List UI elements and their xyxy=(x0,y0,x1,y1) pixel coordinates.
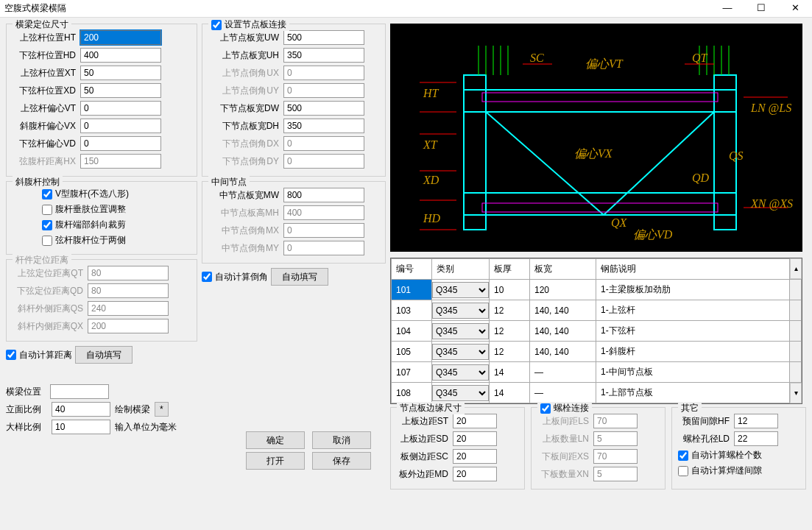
cell-rebar[interactable]: 1-斜腹杆 xyxy=(596,342,790,362)
hd-input[interactable] xyxy=(80,48,161,63)
dx-input xyxy=(283,136,364,151)
cell-width[interactable]: 140, 140 xyxy=(530,321,596,342)
hf-input[interactable] xyxy=(734,414,778,428)
cell-width[interactable]: 140, 140 xyxy=(530,300,596,321)
table-row[interactable]: 101Q345101201-主梁腹板加劲肋 xyxy=(392,280,802,300)
cell-thick[interactable]: 14 xyxy=(490,383,530,403)
st-input[interactable] xyxy=(453,414,497,428)
mw-input[interactable] xyxy=(283,188,364,202)
my-input xyxy=(283,241,364,255)
vd-input[interactable] xyxy=(80,136,161,151)
autobolt-checkbox[interactable]: 自动计算螺栓个数 xyxy=(678,449,762,462)
cell-thick[interactable]: 14 xyxy=(490,362,530,383)
autodist-button[interactable]: 自动填写 xyxy=(75,346,133,364)
cell-width[interactable]: 140, 140 xyxy=(530,342,596,362)
type-select[interactable]: Q345 xyxy=(432,303,489,319)
bolt-checkbox[interactable]: 螺栓连接 xyxy=(537,402,592,414)
scroll-down-icon[interactable]: ▾ xyxy=(790,383,802,403)
cell-id[interactable]: 105 xyxy=(392,342,432,362)
cell-id[interactable]: 101 xyxy=(392,280,432,300)
beampos-input[interactable] xyxy=(50,384,109,399)
cell-width[interactable]: — xyxy=(530,383,596,403)
cell-thick[interactable]: 12 xyxy=(490,300,530,321)
rebar-table[interactable]: 编号 类别 板厚 板宽 钢筋说明 101Q345101201-主梁腹板加劲肋10… xyxy=(390,258,802,404)
cell-id[interactable]: 104 xyxy=(392,321,432,342)
scroll-up-icon[interactable]: ▴ xyxy=(790,258,802,279)
cell-thick[interactable]: 10 xyxy=(490,280,530,300)
dw-label: 下节点板宽DW xyxy=(208,102,280,115)
ld-input[interactable] xyxy=(734,431,778,446)
sc-input[interactable] xyxy=(453,449,497,464)
sd-input[interactable] xyxy=(453,431,497,446)
ok-button[interactable]: 确定 xyxy=(246,431,305,449)
cell-id[interactable]: 108 xyxy=(392,383,432,403)
bothside-checkbox[interactable]: 弦杆腹杆位于两侧 xyxy=(42,234,126,247)
svg-text:偏心VX: 偏心VX xyxy=(574,147,613,160)
vertical-checkbox[interactable]: 腹杆垂肢位置调整 xyxy=(42,203,126,216)
draw-star-button[interactable]: * xyxy=(155,402,169,417)
cell-id[interactable]: 107 xyxy=(392,362,432,383)
type-select[interactable]: Q345 xyxy=(432,323,489,339)
type-select[interactable]: Q345 xyxy=(432,364,489,381)
table-row[interactable]: 103Q34512140, 1401-上弦杆 xyxy=(392,300,802,321)
uh-input[interactable] xyxy=(283,48,364,63)
ht-input[interactable] xyxy=(80,30,161,45)
type-select[interactable]: Q345 xyxy=(432,282,489,298)
nodeplate-checkbox[interactable]: 设置节点板连接 xyxy=(208,18,289,31)
cell-type[interactable]: Q345 xyxy=(432,321,490,342)
uy-label: 上节点倒角UY xyxy=(208,85,280,97)
qt-label: 上弦定位距离QT xyxy=(13,267,85,280)
autochamfer-button[interactable]: 自动填写 xyxy=(271,268,328,286)
group-position: 横梁定位尺寸 上弦杆位置HT 下弦杆位置HD 上弦杆位置XT 下弦杆位置XD 上… xyxy=(6,24,197,177)
save-button[interactable]: 保存 xyxy=(312,452,371,470)
vt-input[interactable] xyxy=(80,101,161,116)
mw-label: 中节点板宽MW xyxy=(208,189,280,202)
detail-input[interactable] xyxy=(52,420,110,434)
autodist-checkbox[interactable]: 自动计算距离 xyxy=(6,349,72,361)
table-row[interactable]: 105Q34512140, 1401-斜腹杆 xyxy=(392,342,802,362)
elev-input[interactable] xyxy=(52,402,110,417)
ht-label: 上弦杆位置HT xyxy=(13,32,77,44)
vshape-checkbox[interactable]: V型腹杆(不选八形) xyxy=(42,188,129,200)
md-input[interactable] xyxy=(453,467,497,481)
cell-rebar[interactable]: 1-中间节点板 xyxy=(596,362,790,383)
cell-rebar[interactable]: 1-主梁腹板加劲肋 xyxy=(596,280,790,300)
cell-type[interactable]: Q345 xyxy=(432,300,490,321)
svg-text:QX: QX xyxy=(611,216,628,229)
type-select[interactable]: Q345 xyxy=(432,385,489,401)
type-select[interactable]: Q345 xyxy=(432,344,489,360)
uw-input[interactable] xyxy=(283,30,364,45)
table-row[interactable]: 107Q34514—1-中间节点板 xyxy=(392,362,802,383)
cell-type[interactable]: Q345 xyxy=(432,362,490,383)
endcut-checkbox[interactable]: 腹杆端部斜向裁剪 xyxy=(42,219,126,231)
cell-thick[interactable]: 12 xyxy=(490,342,530,362)
xd-input[interactable] xyxy=(80,83,161,98)
cancel-button[interactable]: 取消 xyxy=(312,431,371,449)
cell-rebar[interactable]: 1-上弦杆 xyxy=(596,300,790,321)
autoweld-checkbox[interactable]: 自动计算焊缝间隙 xyxy=(678,464,762,477)
cell-width[interactable]: 120 xyxy=(530,280,596,300)
titlebar: 空腹式横梁横隔 — ☐ ✕ xyxy=(0,0,812,18)
table-row[interactable]: 104Q34512140, 1401-下弦杆 xyxy=(392,321,802,342)
cell-thick[interactable]: 12 xyxy=(490,321,530,342)
dh-input[interactable] xyxy=(283,119,364,133)
table-row[interactable]: 108Q34514—1-上部节点板 xyxy=(392,383,802,403)
cell-rebar[interactable]: 1-上部节点板 xyxy=(596,383,790,403)
close-button[interactable]: ✕ xyxy=(778,0,812,18)
dw-input[interactable] xyxy=(283,101,364,116)
cell-type[interactable]: Q345 xyxy=(432,280,490,300)
autochamfer-checkbox[interactable]: 自动计算倒角 xyxy=(202,271,268,283)
cell-rebar[interactable]: 1-下弦杆 xyxy=(596,321,790,342)
cell-id[interactable]: 103 xyxy=(392,300,432,321)
xt-input[interactable] xyxy=(80,66,161,80)
cell-type[interactable]: Q345 xyxy=(432,383,490,403)
group-bolt: 螺栓连接 上板间距LS 上板数量LN 下板间距XS 下板数量XN xyxy=(531,407,666,490)
cell-width[interactable]: — xyxy=(530,362,596,383)
maximize-button[interactable]: ☐ xyxy=(744,0,778,18)
th-width: 板宽 xyxy=(530,259,596,280)
group-diagonal-title: 斜腹杆控制 xyxy=(13,176,63,188)
vx-input[interactable] xyxy=(80,119,161,133)
cell-type[interactable]: Q345 xyxy=(432,342,490,362)
open-button[interactable]: 打开 xyxy=(246,452,305,470)
minimize-button[interactable]: — xyxy=(710,0,744,18)
